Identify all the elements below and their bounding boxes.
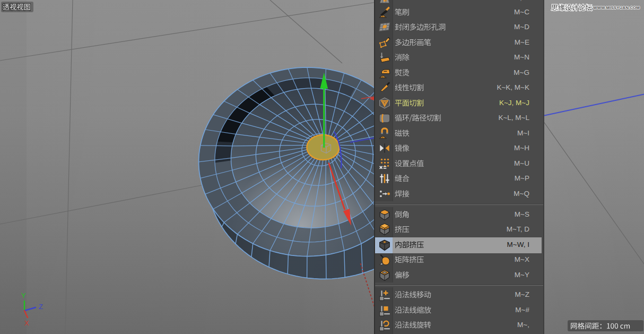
svg-text:Z: Z <box>39 303 43 311</box>
svg-text:Y: Y <box>21 292 26 299</box>
svg-text:X: X <box>24 319 29 327</box>
